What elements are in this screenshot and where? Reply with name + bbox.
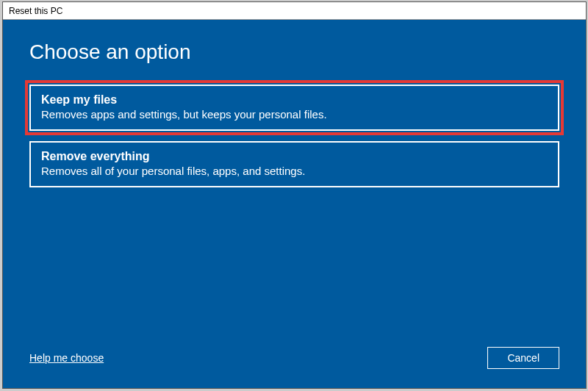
help-me-choose-link[interactable]: Help me choose [29,352,104,364]
options-list: Keep my files Removes apps and settings,… [29,85,559,187]
option-title: Remove everything [41,150,548,163]
content-area: Choose an option Keep my files Removes a… [3,20,586,388]
titlebar: Reset this PC [3,2,586,20]
option-description: Removes apps and settings, but keeps you… [41,108,548,121]
page-heading: Choose an option [29,40,559,64]
reset-pc-window: Reset this PC Choose an option Keep my f… [2,1,587,389]
option-remove-everything[interactable]: Remove everything Removes all of your pe… [29,141,559,187]
option-keep-my-files[interactable]: Keep my files Removes apps and settings,… [29,85,559,131]
option-title: Keep my files [41,93,548,107]
footer: Help me choose Cancel [29,347,559,369]
option-description: Removes all of your personal files, apps… [41,165,548,177]
window-title: Reset this PC [9,6,62,16]
cancel-button[interactable]: Cancel [487,347,559,369]
